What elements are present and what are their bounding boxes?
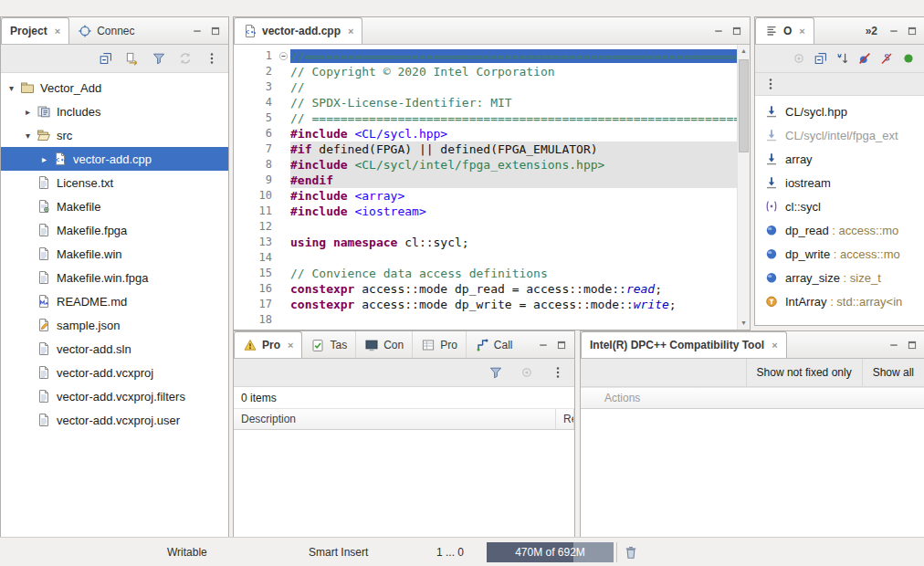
tab-call[interactable]: Call: [466, 331, 521, 358]
hide-static-button[interactable]: [879, 51, 894, 66]
code-line[interactable]: 2// Copyright © 2020 Intel Corporation: [234, 64, 738, 79]
show-all-button[interactable]: Show all: [862, 359, 924, 386]
code-line[interactable]: 3//: [234, 79, 738, 95]
outline-item-cl-sycl-hpp[interactable]: CL/sycl.hpp: [755, 100, 924, 123]
outline-item-array-size[interactable]: array_size : size_t: [755, 266, 924, 289]
expander-collapsed-icon[interactable]: ▸: [21, 107, 35, 117]
tab-con[interactable]: Con: [355, 331, 412, 358]
hide-fields-button[interactable]: [857, 51, 872, 66]
tree-item-vector-add[interactable]: ▾Vector_Add: [1, 76, 228, 100]
tab-pro[interactable]: Pro: [412, 331, 466, 358]
code-line[interactable]: 15// Convience data access definitions: [234, 266, 738, 281]
tab-project[interactable]: Project×: [1, 17, 69, 44]
scroll-up-arrow-icon[interactable]: ▲: [738, 46, 750, 57]
code-line[interactable]: 1//=====================================…: [234, 48, 738, 64]
fold-collapse-icon[interactable]: [276, 48, 290, 64]
scrollbar-thumb[interactable]: [739, 59, 749, 152]
editor-vertical-scrollbar[interactable]: ▲ ▼: [737, 45, 750, 330]
expander-expanded-icon[interactable]: ▾: [21, 131, 35, 141]
run-garbage-collector-icon[interactable]: [623, 544, 639, 561]
view-menu-button[interactable]: [205, 51, 219, 66]
outline-item-iostream[interactable]: iostream: [755, 171, 924, 194]
code-line[interactable]: 16constexpr access::mode dp_read = acces…: [234, 281, 738, 297]
tree-item-sample-json[interactable]: sample.json: [1, 313, 228, 337]
code-editor[interactable]: 1//=====================================…: [234, 45, 738, 330]
scroll-down-arrow-icon[interactable]: ▼: [738, 318, 750, 329]
tab-intel-r-dpc-compatibility-tool[interactable]: Intel(R) DPC++ Compatibility Tool×: [581, 331, 787, 358]
maximize-icon[interactable]: [210, 26, 221, 37]
show-not-fixed-only-button[interactable]: Show not fixed only: [746, 359, 862, 386]
tree-item-vector-add-vcxproj[interactable]: vector-add.vcxproj: [1, 361, 228, 384]
code-line[interactable]: 5// ====================================…: [234, 110, 738, 126]
dpct-table-header: Actions: [581, 387, 924, 409]
maximize-icon[interactable]: [556, 340, 567, 351]
tab-pro[interactable]: Pro×: [234, 331, 302, 358]
tree-item-makefile[interactable]: Makefile: [1, 194, 228, 218]
code-line[interactable]: 6#include <CL/sycl.hpp>: [234, 126, 738, 142]
code-line[interactable]: 11#include <iostream>: [234, 204, 738, 219]
minimize-icon[interactable]: [888, 26, 899, 37]
outline-item-dp-write[interactable]: dp_write : access::mo: [755, 242, 924, 266]
tree-item-src[interactable]: ▾src: [1, 123, 228, 147]
outline-item-cl-sycl[interactable]: cl::sycl: [755, 194, 924, 218]
tree-item-vector-add-cpp[interactable]: ▸vector-add.cpp: [1, 147, 228, 171]
tree-item-license-txt[interactable]: License.txt: [1, 171, 228, 194]
tab-close-icon[interactable]: ×: [772, 340, 777, 351]
tree-item-vector-add-vcxproj-user[interactable]: vector-add.vcxproj.user: [1, 408, 228, 432]
maximize-icon[interactable]: [907, 26, 918, 37]
tab-vector-add-cpp[interactable]: vector-add.cpp×: [234, 17, 362, 44]
tab-close-icon[interactable]: ×: [288, 340, 293, 351]
link-with-editor-button[interactable]: [125, 51, 140, 66]
minimize-icon[interactable]: [192, 26, 203, 37]
column-header-actions[interactable]: Actions: [581, 388, 924, 408]
expander-collapsed-icon[interactable]: ▸: [37, 154, 51, 164]
tree-item-makefile-fpga[interactable]: Makefile.fpga: [1, 218, 228, 242]
minimize-icon[interactable]: [713, 26, 724, 37]
tab-close-icon[interactable]: ×: [55, 26, 60, 37]
code-line[interactable]: 9#endif: [234, 173, 738, 188]
minimize-icon[interactable]: [538, 340, 549, 351]
tab-tas[interactable]: Tas: [302, 331, 355, 358]
outline-item-cl-sycl-intel-fpga-ext[interactable]: CL/sycl/intel/fpga_ext: [755, 123, 924, 147]
tree-item-readme-md[interactable]: README.md: [1, 289, 228, 313]
code-line[interactable]: 7#if defined(FPGA) || defined(FPGA_EMULA…: [234, 142, 738, 157]
collapse-all-button[interactable]: [814, 51, 828, 66]
maximize-icon[interactable]: [907, 340, 918, 351]
tree-item-makefile-win-fpga[interactable]: Makefile.win.fpga: [1, 266, 228, 289]
outline-item-intarray[interactable]: IntArray : std::array<in: [755, 289, 924, 313]
outline-item-dp-read[interactable]: dp_read : access::mo: [755, 218, 924, 242]
tab-o[interactable]: O×: [755, 17, 814, 44]
sort-alpha-button[interactable]: [835, 51, 850, 66]
code-line[interactable]: 12: [234, 219, 738, 235]
code-line[interactable]: 10#include <array>: [234, 188, 738, 204]
column-header-description[interactable]: Description: [234, 409, 556, 429]
tree-item-includes[interactable]: ▸Includes: [1, 100, 228, 123]
fold-margin: [276, 126, 290, 142]
maximize-icon[interactable]: [731, 26, 742, 37]
code-line[interactable]: 18: [234, 312, 738, 328]
tree-item-vector-add-vcxproj-filters[interactable]: vector-add.vcxproj.filters: [1, 384, 228, 408]
view-menu-button[interactable]: [551, 365, 565, 380]
code-line[interactable]: 14: [234, 250, 738, 266]
tree-item-vector-add-sln[interactable]: vector-add.sln: [1, 337, 228, 361]
code-line[interactable]: 4// SPDX-License-Identifier: MIT: [234, 95, 738, 110]
collapse-all-button[interactable]: [99, 51, 113, 66]
outline-item-array[interactable]: array: [755, 147, 924, 171]
tab-close-icon[interactable]: ×: [348, 26, 353, 37]
column-header-resource[interactable]: Re: [556, 409, 574, 429]
filter-button[interactable]: [488, 365, 503, 380]
heap-status[interactable]: 470M of 692M: [487, 542, 614, 562]
minimize-icon[interactable]: [888, 340, 899, 351]
tree-item-label: Makefile.win.fpga: [57, 271, 148, 285]
code-line[interactable]: 17constexpr access::mode dp_write = acce…: [234, 297, 738, 312]
expander-expanded-icon[interactable]: ▾: [5, 83, 18, 93]
tab-connec[interactable]: Connec: [69, 17, 142, 44]
view-menu-button[interactable]: [763, 77, 778, 91]
tab-close-icon[interactable]: ×: [799, 26, 804, 37]
code-line[interactable]: 13using namespace cl::sycl;: [234, 235, 738, 250]
hide-nonpublic-button[interactable]: [901, 51, 916, 66]
code-line[interactable]: 8#include <CL/sycl/intel/fpga_extensions…: [234, 157, 738, 173]
tab-overflow-count[interactable]: »2: [862, 17, 881, 44]
tree-item-makefile-win[interactable]: Makefile.win: [1, 242, 228, 266]
filter-button[interactable]: [152, 51, 166, 66]
